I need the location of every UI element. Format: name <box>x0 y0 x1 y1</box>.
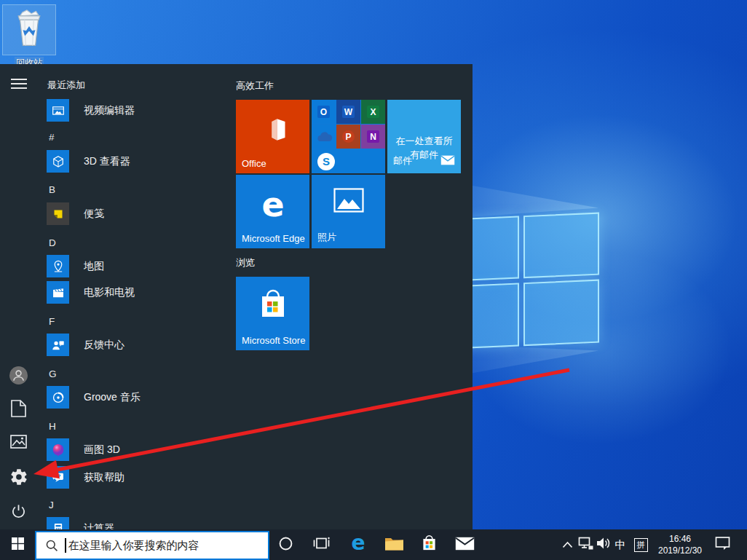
app-list-item-maps[interactable]: 地图 <box>47 255 69 277</box>
start-button[interactable] <box>5 529 30 560</box>
movies-tv-icon <box>47 281 69 304</box>
pictures-button[interactable] <box>10 435 27 451</box>
app-list-item-groove-music[interactable]: Groove 音乐 <box>47 386 69 409</box>
recycle-bin-desktop-icon[interactable]: 回收站 <box>2 4 56 69</box>
search-icon <box>45 539 59 553</box>
app-list-letter[interactable]: B <box>49 184 55 195</box>
app-list-letter[interactable]: G <box>49 368 57 379</box>
pictures-icon <box>10 438 27 451</box>
cortana-icon <box>278 536 293 554</box>
ime-language-label: 中 <box>615 538 626 552</box>
photos-icon <box>312 188 385 213</box>
tile-group-header-productivity: 高效工作 <box>236 79 274 92</box>
taskbar: 在这里输入你要搜索的内容 e <box>0 529 747 560</box>
app-list-letter[interactable]: F <box>49 316 55 327</box>
taskbar-search-input[interactable]: 在这里输入你要搜索的内容 <box>35 531 269 560</box>
hamburger-icon <box>11 79 27 92</box>
word-icon: W <box>336 100 360 124</box>
edge-taskbar-button[interactable]: e <box>346 529 371 560</box>
tile-group-header-explore: 浏览 <box>236 256 255 269</box>
tile-microsoft-edge[interactable]: e Microsoft Edge <box>236 175 309 248</box>
tile-office-apps-grid[interactable]: O W X P N S <box>312 100 385 173</box>
app-list-item-paint-3d[interactable]: 画图 3D <box>47 438 69 461</box>
get-help-icon: ? <box>47 466 69 489</box>
file-explorer-button[interactable] <box>382 529 406 560</box>
onenote-icon: N <box>361 125 385 149</box>
user-avatar-icon <box>9 374 28 387</box>
tile-label: Microsoft Store <box>242 335 305 346</box>
maps-icon <box>47 255 69 277</box>
svg-text:?: ? <box>58 473 60 480</box>
desktop-screen: 回收站 <box>0 0 747 560</box>
power-icon <box>10 510 27 522</box>
ime-mode-button[interactable]: 拼 <box>631 529 651 560</box>
store-taskbar-button[interactable] <box>416 529 441 560</box>
outlook-icon: O <box>312 100 336 124</box>
store-icon <box>420 534 438 556</box>
tile-label: 照片 <box>317 231 336 244</box>
start-menu-expand-button[interactable] <box>11 78 27 92</box>
tile-label: 邮件 <box>393 154 412 167</box>
clock-tray-button[interactable]: 16:46 2019/12/30 <box>653 533 707 556</box>
folder-icon <box>384 535 404 554</box>
mail-envelope-icon <box>455 537 475 553</box>
gear-icon <box>9 476 28 489</box>
app-list-letter[interactable]: # <box>49 132 55 143</box>
excel-icon: X <box>361 100 385 124</box>
app-list-item-feedback-hub[interactable]: 反馈中心 <box>47 334 69 356</box>
ime-language-button[interactable]: 中 <box>610 529 631 560</box>
3d-viewer-icon <box>47 150 69 173</box>
app-list-item-calculator[interactable]: 计算器 <box>47 517 69 529</box>
action-center-button[interactable] <box>711 529 734 560</box>
text-caret <box>65 538 66 553</box>
onedrive-icon <box>312 125 336 149</box>
task-view-button[interactable] <box>309 529 334 560</box>
app-list-item-sticky-notes[interactable]: 便笺 <box>47 202 69 225</box>
tile-label: Office <box>242 158 266 169</box>
app-list-letter[interactable]: D <box>49 237 56 248</box>
powerpoint-icon: P <box>336 125 360 149</box>
tile-photos[interactable]: 照片 <box>312 175 385 248</box>
documents-button[interactable] <box>11 400 26 420</box>
groove-music-icon <box>47 386 69 409</box>
mail-envelope-icon <box>440 155 455 167</box>
tile-microsoft-store[interactable]: Microsoft Store <box>236 277 309 350</box>
calculator-icon <box>47 517 69 529</box>
tile-mail[interactable]: 在一处查看所有邮件 邮件 <box>387 100 461 173</box>
edge-icon: e <box>236 188 309 224</box>
action-center-icon <box>715 536 730 553</box>
windows-start-icon <box>12 537 24 553</box>
app-list-letter[interactable]: J <box>49 500 54 510</box>
tile-office[interactable]: Office <box>236 100 309 173</box>
sticky-notes-icon <box>47 202 69 225</box>
document-icon <box>11 407 26 419</box>
power-button[interactable] <box>10 503 27 523</box>
svg-text:e: e <box>351 532 365 554</box>
chevron-up-icon <box>562 538 573 551</box>
app-list-letter[interactable]: H <box>49 421 56 432</box>
feedback-hub-icon <box>47 334 69 356</box>
video-editor-icon <box>47 99 69 122</box>
clock-time: 16:46 <box>653 533 707 545</box>
clock-date: 2019/12/30 <box>653 545 707 556</box>
search-placeholder: 在这里输入你要搜索的内容 <box>68 539 199 553</box>
svg-text:e: e <box>261 188 284 224</box>
tile-label: Microsoft Edge <box>242 233 305 244</box>
user-account-button[interactable] <box>9 366 28 387</box>
recycle-bin-icon <box>11 9 47 51</box>
start-menu: 最近添加 视频编辑器 # 3D 查看器 B 便笺 D 地图 <box>0 64 473 529</box>
store-icon <box>236 287 309 323</box>
app-list-item-3d-viewer[interactable]: 3D 查看器 <box>47 150 69 173</box>
paint-3d-icon <box>47 438 69 461</box>
app-list-item-movies-tv[interactable]: 电影和电视 <box>47 281 69 304</box>
cortana-button[interactable] <box>273 529 298 560</box>
skype-icon: S <box>312 149 385 173</box>
speaker-icon <box>596 537 612 553</box>
app-list-item-get-help[interactable]: ? 获取帮助 <box>47 466 69 489</box>
mail-taskbar-button[interactable] <box>452 529 477 560</box>
recently-added-header: 最近添加 <box>47 79 85 92</box>
task-view-icon <box>313 535 331 554</box>
app-list-item-video-editor[interactable]: 视频编辑器 <box>47 99 69 122</box>
settings-button[interactable] <box>9 468 28 489</box>
network-icon <box>578 537 593 553</box>
